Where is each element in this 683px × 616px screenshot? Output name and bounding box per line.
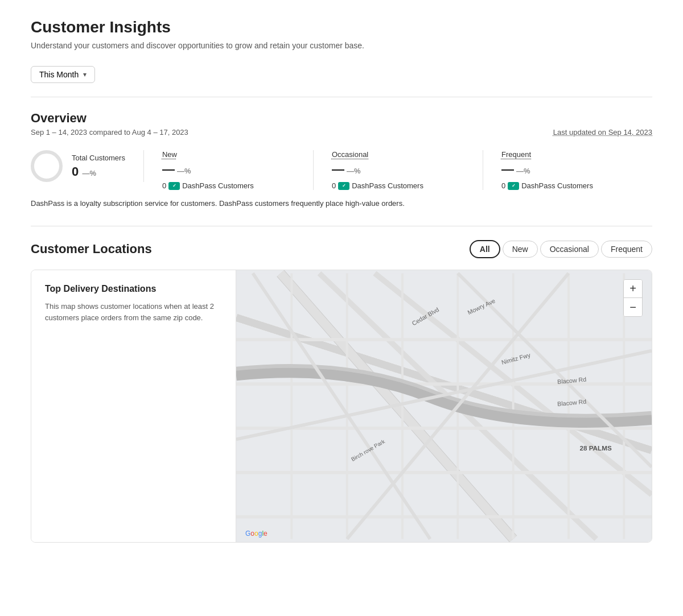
map-sidebar: Top Delivery Destinations This map shows…: [31, 270, 236, 542]
new-change: —%: [177, 167, 191, 175]
page-subtitle: Understand your customers and discover o…: [31, 41, 652, 50]
overview-section: Overview Sep 1 – 14, 2023 compared to Au…: [31, 111, 652, 208]
page-title: Customer Insights: [31, 18, 652, 36]
occasional-change: —%: [347, 167, 361, 175]
locations-section: Customer Locations All New Occasional Fr…: [31, 240, 652, 543]
total-customers-metric: Total Customers 0 —%: [31, 150, 144, 182]
overview-dates-row: Sep 1 – 14, 2023 compared to Aug 4 – 17,…: [31, 128, 652, 137]
locations-title: Customer Locations: [31, 242, 152, 257]
location-filter-tabs: All New Occasional Frequent: [470, 240, 652, 258]
occasional-dashpass: 0 ✓ DashPass Customers: [332, 181, 464, 190]
google-logo: Google: [245, 530, 268, 538]
frequent-label: Frequent: [501, 150, 634, 159]
map-zoom-controls: + −: [623, 279, 643, 317]
zoom-in-button[interactable]: +: [624, 280, 642, 298]
map-sidebar-desc: This map shows customer locations when a…: [45, 301, 222, 323]
total-customers-info: Total Customers 0 —%: [72, 154, 125, 179]
frequent-customers-card: Frequent — —% 0 ✓ DashPass Customers: [483, 150, 652, 190]
customer-type-metrics: New — —% 0 ✓ DashPass Customers Occasion…: [144, 150, 652, 190]
section-divider: [31, 97, 652, 97]
filter-bar: This Month ▾: [31, 66, 652, 83]
dashpass-icon-frequent: ✓: [508, 182, 519, 190]
locations-header: Customer Locations All New Occasional Fr…: [31, 240, 652, 258]
tab-new[interactable]: New: [503, 241, 538, 258]
frequent-value: — —%: [501, 162, 634, 177]
date-range: Sep 1 – 14, 2023 compared to Aug 4 – 17,…: [31, 128, 188, 137]
new-customers-card: New — —% 0 ✓ DashPass Customers: [144, 150, 314, 190]
dashpass-note: DashPass is a loyalty subscription servi…: [31, 199, 652, 208]
new-dashpass: 0 ✓ DashPass Customers: [162, 181, 295, 190]
svg-text:28 PALMS: 28 PALMS: [579, 444, 611, 452]
frequent-change: —%: [516, 167, 530, 175]
zoom-out-button[interactable]: −: [624, 298, 642, 316]
total-customers-change: —%: [82, 169, 96, 177]
tab-occasional[interactable]: Occasional: [540, 241, 599, 258]
filter-label: This Month: [39, 70, 79, 79]
occasional-label: Occasional: [332, 150, 464, 159]
new-value: — —%: [162, 162, 295, 177]
section-divider-2: [31, 226, 652, 226]
frequent-dashpass: 0 ✓ DashPass Customers: [501, 181, 634, 190]
occasional-customers-card: Occasional — —% 0 ✓ DashPass Customers: [314, 150, 483, 190]
overview-metrics-row: Total Customers 0 —% New — —%: [31, 150, 652, 190]
total-customers-value: 0 —%: [72, 164, 125, 179]
tab-frequent[interactable]: Frequent: [601, 241, 652, 258]
map-svg: Nimitz Fwy Cedar Blvd Mowry Ave Blacow R…: [236, 270, 652, 542]
chevron-down-icon: ▾: [83, 71, 87, 78]
time-filter-dropdown[interactable]: This Month ▾: [31, 66, 95, 83]
new-label: New: [162, 150, 295, 159]
tab-all[interactable]: All: [470, 240, 500, 258]
map-section: Top Delivery Destinations This map shows…: [31, 270, 652, 543]
dashpass-icon-occasional: ✓: [338, 182, 349, 190]
last-updated: Last updated on Sep 14, 2023: [553, 128, 652, 137]
map-container: Nimitz Fwy Cedar Blvd Mowry Ave Blacow R…: [236, 270, 652, 542]
overview-title: Overview: [31, 111, 652, 126]
map-sidebar-title: Top Delivery Destinations: [45, 284, 222, 294]
occasional-value: — —%: [332, 162, 464, 177]
dashpass-icon-new: ✓: [168, 182, 180, 190]
donut-chart: [31, 150, 63, 182]
total-customers-label: Total Customers: [72, 154, 125, 162]
